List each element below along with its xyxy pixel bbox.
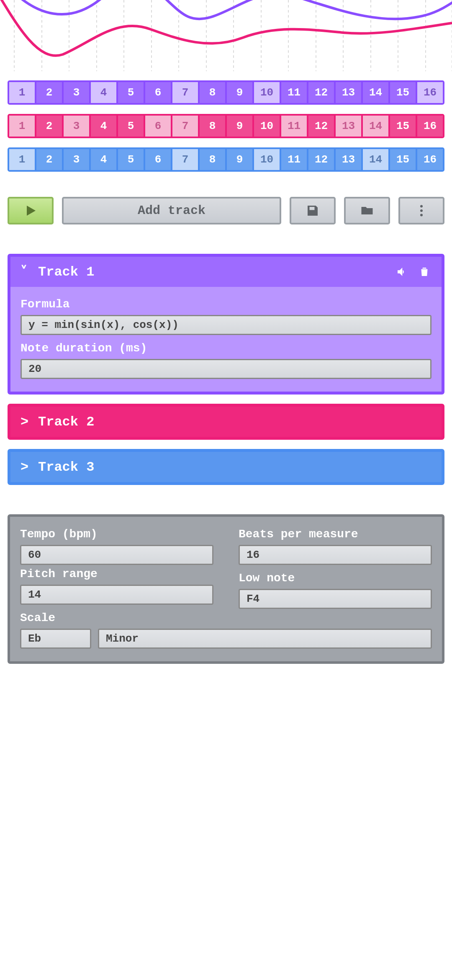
save-icon	[305, 203, 320, 218]
beat-cell[interactable]: 11	[281, 82, 308, 103]
play-button[interactable]	[8, 197, 54, 224]
beat-cell[interactable]: 15	[390, 116, 417, 137]
beat-cell[interactable]: 14	[363, 116, 390, 137]
track-title: Track 3	[38, 459, 431, 475]
beat-row-blue: 12345678910111213141516	[8, 147, 444, 172]
beat-cell[interactable]: 5	[118, 116, 145, 137]
beat-cell[interactable]: 9	[227, 82, 254, 103]
beat-cell[interactable]: 6	[145, 116, 172, 137]
note-duration-label: Note duration (ms)	[21, 342, 431, 355]
track-body: FormulaNote duration (ms)	[10, 287, 442, 392]
beat-cell[interactable]: 4	[91, 116, 118, 137]
beat-cell[interactable]: 1	[9, 116, 36, 137]
beats-per-measure-input[interactable]	[239, 545, 432, 565]
beat-row-purple: 12345678910111213141516	[8, 80, 444, 105]
tempo-label: Tempo (bpm)	[20, 528, 213, 541]
beat-cell[interactable]: 7	[172, 116, 200, 137]
trash-icon[interactable]	[417, 265, 431, 279]
beat-cell[interactable]: 16	[417, 116, 443, 137]
track-header[interactable]: ˅Track 1	[10, 257, 442, 287]
beat-cell[interactable]: 6	[145, 82, 172, 103]
open-button[interactable]	[344, 197, 390, 224]
beat-cell[interactable]: 9	[227, 116, 254, 137]
add-track-label: Add track	[138, 204, 205, 218]
beat-cell[interactable]: 10	[254, 116, 281, 137]
beats-per-measure-label: Beats per measure	[239, 528, 432, 541]
settings-panel: Tempo (bpm) Beats per measure Pitch rang…	[8, 514, 444, 664]
beat-cell[interactable]: 14	[363, 149, 390, 170]
note-duration-input[interactable]	[21, 359, 431, 379]
waveform-display	[0, 0, 452, 71]
beat-cell[interactable]: 16	[417, 82, 443, 103]
beat-cell[interactable]: 2	[36, 82, 64, 103]
beat-cell[interactable]: 5	[118, 149, 145, 170]
beat-cell[interactable]: 9	[227, 149, 254, 170]
chevron-down-icon: ˅	[21, 263, 30, 280]
beat-cell[interactable]: 1	[9, 149, 36, 170]
beat-cell[interactable]: 4	[91, 149, 118, 170]
scale-key-input[interactable]	[20, 629, 91, 649]
beat-cell[interactable]: 13	[336, 82, 363, 103]
beat-cell[interactable]: 7	[172, 82, 200, 103]
beat-cell[interactable]: 15	[390, 82, 417, 103]
beat-cell[interactable]: 12	[308, 82, 336, 103]
toolbar: Add track	[0, 197, 452, 224]
waveform-curve-purple	[0, 0, 452, 19]
beat-cell[interactable]: 6	[145, 149, 172, 170]
scale-mode-input[interactable]	[98, 629, 432, 649]
beat-cell[interactable]: 12	[308, 116, 336, 137]
beat-cell[interactable]: 2	[36, 149, 64, 170]
beat-cell[interactable]: 4	[91, 82, 118, 103]
beat-cell[interactable]: 7	[172, 149, 200, 170]
track-panel-2: >Track 2	[8, 404, 444, 440]
track-title: Track 1	[38, 264, 386, 280]
track-panel-1: ˅Track 1FormulaNote duration (ms)	[8, 254, 444, 395]
scale-label: Scale	[20, 611, 432, 624]
pitch-range-input[interactable]	[20, 585, 213, 605]
track-title: Track 2	[38, 414, 431, 430]
waveform-curve-pink	[0, 0, 452, 56]
beat-cell[interactable]: 11	[281, 149, 308, 170]
beat-cell[interactable]: 13	[336, 149, 363, 170]
beat-cell[interactable]: 2	[36, 116, 64, 137]
svg-point-17	[420, 205, 423, 208]
beat-cell[interactable]: 10	[254, 82, 281, 103]
pitch-range-label: Pitch range	[20, 567, 213, 580]
beat-cell[interactable]: 8	[200, 116, 227, 137]
beat-cell[interactable]: 8	[200, 82, 227, 103]
beat-cell[interactable]: 16	[417, 149, 443, 170]
beat-cell[interactable]: 12	[308, 149, 336, 170]
track-header[interactable]: >Track 2	[10, 407, 442, 437]
chevron-right-icon: >	[21, 459, 30, 475]
svg-point-18	[420, 209, 423, 212]
beat-cell[interactable]: 10	[254, 149, 281, 170]
beat-cell[interactable]: 13	[336, 116, 363, 137]
beat-cell[interactable]: 3	[64, 82, 91, 103]
more-vertical-icon	[414, 203, 429, 218]
track-header[interactable]: >Track 3	[10, 452, 442, 482]
chevron-right-icon: >	[21, 414, 30, 430]
svg-point-19	[420, 214, 423, 217]
formula-label: Formula	[21, 298, 431, 311]
low-note-input[interactable]	[239, 589, 432, 609]
beat-cell[interactable]: 5	[118, 82, 145, 103]
beat-cell[interactable]: 1	[9, 82, 36, 103]
save-button[interactable]	[290, 197, 336, 224]
beat-cell[interactable]: 14	[363, 82, 390, 103]
beat-row-pink: 12345678910111213141516	[8, 114, 444, 138]
low-note-label: Low note	[239, 572, 432, 585]
beat-cell[interactable]: 3	[64, 116, 91, 137]
folder-icon	[360, 203, 375, 218]
beat-cell[interactable]: 3	[64, 149, 91, 170]
beat-cell[interactable]: 8	[200, 149, 227, 170]
play-icon	[23, 203, 38, 218]
beat-cell[interactable]: 11	[281, 116, 308, 137]
more-button[interactable]	[398, 197, 444, 224]
formula-input[interactable]	[21, 315, 431, 335]
track-panel-3: >Track 3	[8, 449, 444, 485]
volume-icon[interactable]	[395, 265, 409, 279]
beat-cell[interactable]: 15	[390, 149, 417, 170]
tempo-input[interactable]	[20, 545, 213, 565]
add-track-button[interactable]: Add track	[62, 197, 281, 224]
